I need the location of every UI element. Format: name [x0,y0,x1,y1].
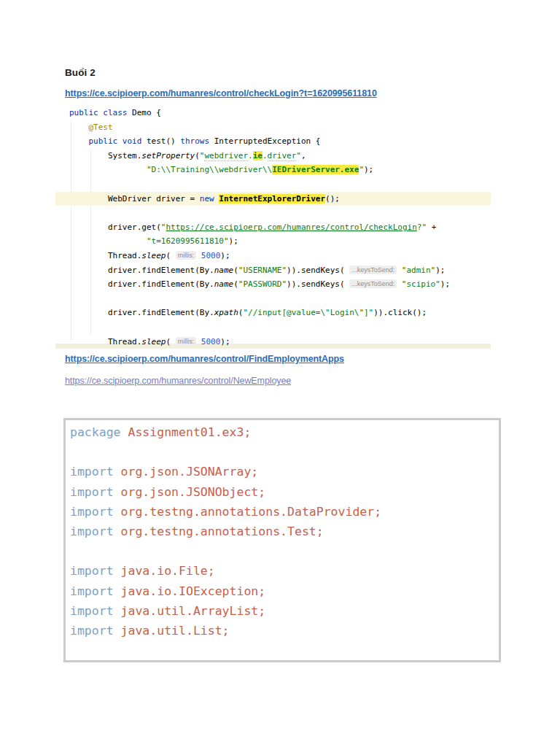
code-line: @Test [55,120,491,135]
code-line [55,177,491,192]
findemploymentapps-hyperlink[interactable]: https://ce.scipioerp.com/humanres/contro… [65,354,344,364]
page-title: Buổi 2 [65,67,96,78]
code-line: driver.get("https://ce.scipioerp.com/hum… [55,220,491,235]
code-line: Thread.sleep( millis: 5000); [55,249,491,263]
code-line: WebDriver driver = new InternetExplorerD… [55,192,491,206]
code-line: import org.json.JSONArray; [70,462,499,481]
code-line: import org.json.JSONObject; [70,482,499,502]
checklogin-hyperlink[interactable]: https://ce.scipioerp.com/humanres/contro… [65,88,377,98]
code-line [55,292,491,306]
code-line: import java.io.File; [70,561,499,581]
code-line: package Assignment01.ex3; [70,422,499,442]
code-line [55,206,491,220]
code-line: Thread.sleep( millis: 5000); [55,335,491,349]
code-line [70,541,499,561]
code-line [70,442,499,462]
newemployee-hyperlink[interactable]: https://ce.scipioerp.com/humanres/contro… [65,376,291,386]
code-line: import java.util.ArrayList; [70,601,499,621]
code-line: public class Demo { [55,106,491,120]
code-line: import java.util.List; [70,621,499,640]
code-line: public void test() throws InterruptedExc… [55,134,491,149]
java-imports-code-box: package Assignment01.ex3;import org.json… [63,418,501,662]
code-line: System.setProperty("webdriver.ie.driver"… [55,149,491,163]
code-line: driver.findElement(By.xpath("//input[@va… [55,306,491,320]
document-page: { "page": { "title": "Buổi 2", "links": … [0,0,560,747]
code-line [55,320,491,335]
ide-code-screenshot: public class Demo { @Test public void te… [55,106,491,349]
code-line: import java.io.IOException; [70,581,499,601]
code-line: import org.testng.annotations.DataProvid… [70,502,499,522]
code-line: "D:\\Training\\webdriver\\IEDriverServer… [55,163,491,177]
code-line: "t=1620995611810"); [55,234,491,249]
code-line: driver.findElement(By.name("USERNAME")).… [55,263,491,278]
code-line: import org.testng.annotations.Test; [70,522,499,541]
code-line: driver.findElement(By.name("PASSWORD")).… [55,277,491,292]
